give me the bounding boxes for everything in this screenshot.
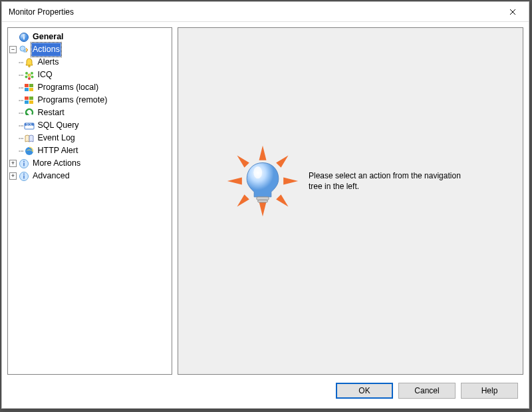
- hint-text: Please select an action from the navigat…: [309, 170, 475, 192]
- dialog-window: Monitor Properties: [1, 1, 529, 409]
- client-area: General − Actions ⋯: [7, 27, 523, 375]
- tree-label-actions: Actions: [31, 43, 61, 57]
- svg-point-2: [23, 34, 25, 35]
- sql-icon: SQL: [24, 120, 35, 131]
- tree-label-advanced: Advanced: [31, 170, 71, 182]
- svg-marker-33: [283, 178, 298, 185]
- tree-node-alerts[interactable]: ⋯ Alerts: [9, 56, 170, 69]
- tree-label-http-alert: HTTP Alert: [37, 144, 80, 157]
- svg-rect-12: [25, 84, 29, 87]
- svg-rect-17: [29, 97, 33, 100]
- navigation-tree-panel: General − Actions ⋯: [7, 27, 172, 375]
- tree-node-sql-query[interactable]: ⋯ SQL SQL Query: [9, 119, 170, 132]
- tree-node-icq[interactable]: ⋯ ICQ: [9, 69, 170, 81]
- svg-rect-15: [29, 88, 33, 91]
- titlebar[interactable]: Monitor Properties: [2, 2, 529, 22]
- svg-rect-1: [23, 36, 25, 39]
- tree-node-actions[interactable]: − Actions: [9, 43, 170, 56]
- help-button[interactable]: Help: [461, 383, 518, 399]
- tree-label-alerts: Alerts: [37, 56, 61, 69]
- svg-point-40: [253, 166, 262, 178]
- svg-point-6: [28, 74, 31, 77]
- svg-rect-25: [23, 162, 25, 166]
- close-icon: [509, 9, 516, 15]
- svg-rect-38: [257, 197, 269, 200]
- expand-icon[interactable]: +: [9, 172, 17, 180]
- svg-point-7: [25, 72, 28, 75]
- svg-rect-28: [23, 175, 25, 178]
- svg-marker-35: [276, 156, 288, 168]
- tree-label-programs-remote: Programs (remote): [37, 94, 109, 106]
- windows-icon: [24, 83, 35, 93]
- watermark: LO4D.com: [475, 397, 527, 408]
- collapse-icon[interactable]: −: [9, 46, 17, 53]
- tree-label-more-actions: More Actions: [31, 157, 82, 170]
- close-button[interactable]: [499, 3, 526, 21]
- tree-node-programs-remote[interactable]: ⋯ Programs (remote): [9, 94, 170, 106]
- svg-rect-16: [25, 97, 29, 100]
- expand-icon[interactable]: +: [9, 160, 17, 167]
- svg-point-9: [25, 75, 27, 78]
- ok-button[interactable]: OK: [336, 383, 393, 399]
- info-icon: [19, 32, 29, 43]
- tree-node-advanced[interactable]: + Advanced: [9, 170, 170, 182]
- svg-rect-18: [25, 101, 29, 104]
- tree-node-restart[interactable]: ⋯ Restart: [9, 106, 170, 119]
- tree-label-general: General: [31, 31, 65, 43]
- tree-label-sql-query: SQL Query: [37, 119, 80, 132]
- action-icon: [19, 45, 29, 55]
- svg-point-10: [31, 75, 33, 78]
- svg-marker-37: [276, 194, 288, 206]
- navigation-tree[interactable]: General − Actions ⋯: [9, 31, 170, 182]
- ie-icon: [24, 146, 35, 156]
- svg-point-26: [23, 160, 25, 162]
- content-panel: Please select an action from the navigat…: [178, 27, 523, 375]
- svg-rect-14: [25, 88, 29, 91]
- tree-node-programs-local[interactable]: ⋯ Programs (local): [9, 81, 170, 94]
- windows-icon: [24, 95, 35, 106]
- info-icon: [19, 171, 29, 182]
- restart-icon: [24, 108, 35, 118]
- window-title: Monitor Properties: [9, 7, 499, 17]
- svg-marker-32: [227, 178, 242, 185]
- svg-rect-39: [258, 200, 268, 202]
- svg-point-11: [28, 77, 31, 80]
- tree-label-event-log: Event Log: [37, 132, 76, 144]
- icq-icon: [24, 70, 35, 81]
- svg-marker-34: [237, 156, 249, 168]
- svg-text:SQL: SQL: [26, 122, 33, 126]
- button-row: OK Cancel Help: [336, 383, 518, 399]
- tree-node-general[interactable]: General: [9, 31, 170, 43]
- svg-rect-19: [29, 101, 33, 104]
- book-icon: [24, 133, 35, 144]
- cancel-button[interactable]: Cancel: [398, 383, 456, 399]
- svg-marker-30: [259, 146, 267, 160]
- tree-label-programs-local: Programs (local): [37, 81, 100, 94]
- svg-point-8: [31, 72, 33, 75]
- tree-node-event-log[interactable]: ⋯ Event Log: [9, 132, 170, 144]
- svg-marker-31: [259, 202, 267, 216]
- info-icon: [19, 158, 29, 169]
- hint-row: Please select an action from the navigat…: [219, 144, 481, 218]
- svg-rect-13: [29, 84, 33, 87]
- svg-point-29: [23, 173, 25, 174]
- lightbulb-icon: [226, 144, 299, 218]
- tree-label-restart: Restart: [37, 106, 66, 119]
- tree-node-more-actions[interactable]: + More Actions: [9, 157, 170, 170]
- tree-node-http-alert[interactable]: ⋯ HTTP Alert: [9, 144, 170, 157]
- svg-marker-36: [237, 194, 249, 206]
- svg-point-5: [28, 65, 30, 67]
- tree-label-icq: ICQ: [37, 69, 54, 81]
- bell-icon: [24, 57, 35, 68]
